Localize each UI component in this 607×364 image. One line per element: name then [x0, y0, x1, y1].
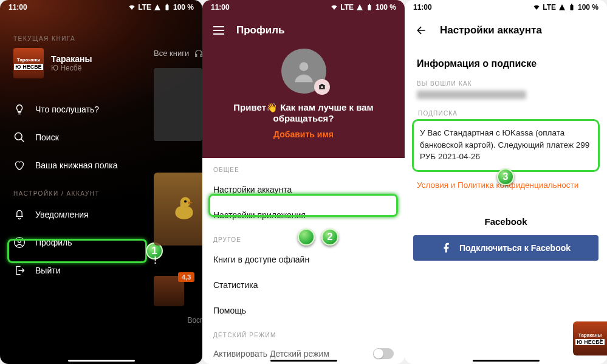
book-author: Ю Несбё [51, 64, 92, 72]
subscription-label: ПОДПИСКА [405, 105, 607, 119]
svg-point-4 [18, 239, 21, 242]
book-cover-duck[interactable] [154, 173, 202, 246]
camera-button[interactable] [314, 79, 330, 95]
section-general: ОБЩЕЕ [202, 158, 405, 177]
battery-icon [366, 4, 373, 11]
status-time: 11:00 [9, 3, 27, 12]
nav-handle[interactable] [473, 360, 540, 362]
status-batt: 100 % [578, 3, 598, 12]
status-net: LTE [138, 3, 151, 12]
camera-icon [318, 83, 326, 91]
svg-point-5 [184, 200, 187, 202]
signal-icon [154, 4, 161, 11]
screen-account-settings: 11:00 LTE 100 % Настройки аккаунта Инфор… [405, 0, 607, 364]
menu-label: Поиск [35, 132, 59, 142]
battery-icon [568, 4, 575, 11]
menu-label: Ваша книжная полка [35, 160, 118, 170]
svg-rect-0 [165, 5, 168, 10]
menu-label: Выйти [35, 266, 60, 275]
profile-icon [13, 236, 26, 249]
item-account-settings[interactable]: Настройки аккаунта [202, 177, 405, 202]
excl-text: ! [154, 255, 202, 266]
status-bar: 11:00 LTE 100 % [405, 0, 607, 15]
search-icon [13, 131, 26, 143]
signal-icon [558, 4, 566, 11]
page-title: Профиль [236, 24, 285, 36]
book-cover-bg[interactable] [154, 68, 202, 141]
wifi-icon [533, 4, 540, 11]
facebook-icon [441, 242, 452, 253]
menu-icon[interactable] [213, 26, 224, 35]
svg-rect-10 [570, 5, 573, 10]
status-batt: 100 % [173, 3, 194, 12]
book-cover: Тараканы Ю НЕСБЁ [13, 48, 44, 78]
menu-label: Что послушать? [35, 105, 99, 114]
user-email-blurred [417, 91, 526, 99]
screen-sidebar: 11:00 LTE 100 % ТЕКУЩАЯ КНИГА Тараканы Ю… [0, 0, 202, 364]
wifi-icon [331, 4, 338, 11]
item-offline[interactable]: Книги в доступе офлайн [202, 247, 405, 272]
duck-icon [169, 194, 199, 224]
nav-handle[interactable] [68, 360, 135, 362]
facebook-connect-button[interactable]: Подключиться к Facebook [413, 235, 598, 261]
callout-2-ghost [298, 228, 315, 246]
bulb-icon [13, 103, 26, 115]
menu-label: Уведомления [35, 210, 89, 219]
current-book-label: ТЕКУЩАЯ КНИГА [13, 35, 202, 42]
wifi-icon [128, 4, 135, 11]
item-app-settings[interactable]: Настройки приложения [202, 202, 405, 228]
status-bar: 11:00 LTE 100 % [202, 0, 405, 15]
status-net: LTE [340, 3, 354, 12]
item-help[interactable]: Помощь [202, 298, 405, 323]
facebook-header: Facebook [405, 216, 607, 227]
status-bar: 11:00 LTE 100 % [0, 0, 202, 15]
background-content: Все книги ! 4,3 Воспроизв [154, 49, 202, 340]
screen-profile: 11:00 LTE 100 % Профиль Привет👋 Как нам … [202, 0, 405, 364]
kids-label: Активировать Детский режим [213, 349, 329, 359]
status-time: 11:00 [211, 3, 230, 12]
nav-handle[interactable] [270, 360, 337, 362]
add-name-link[interactable]: Добавить имя [202, 129, 405, 139]
svg-point-2 [15, 133, 22, 140]
svg-rect-11 [571, 4, 572, 5]
bell-icon [13, 208, 26, 221]
page-title: Настройки аккаунта [440, 24, 542, 36]
callout-2: 2 [321, 228, 338, 246]
callout-3: 3 [497, 168, 514, 185]
svg-rect-1 [166, 4, 168, 5]
person-icon [290, 58, 317, 84]
playing-label: Воспроизв [154, 316, 202, 325]
svg-point-8 [299, 62, 308, 71]
now-playing-mini[interactable]: Тараканы Ю НЕСБЁ [573, 321, 607, 355]
battery-icon [163, 4, 171, 11]
back-icon[interactable] [416, 24, 428, 36]
status-time: 11:00 [413, 3, 432, 12]
headphones-icon [194, 49, 202, 58]
heart-icon [13, 159, 26, 171]
rating-badge: 4,3 [178, 272, 194, 282]
avatar[interactable] [281, 49, 326, 94]
subscription-info: У Вас Стандартная с ЮKassa (оплата банко… [412, 119, 600, 172]
book-title: Тараканы [51, 54, 92, 64]
status-batt: 100 % [376, 3, 396, 12]
subscription-text: У Вас Стандартная с ЮKassa (оплата банко… [420, 128, 589, 161]
menu-label: Профиль [35, 238, 72, 247]
signal-icon [356, 4, 363, 11]
svg-rect-6 [368, 5, 371, 10]
greeting-text: Привет👋 Как нам лучше к вам обращаться? [202, 102, 405, 123]
logout-icon [13, 264, 26, 276]
logged-as-label: ВЫ ВОШЛИ КАК [405, 75, 607, 89]
status-net: LTE [543, 3, 556, 12]
kids-toggle[interactable] [373, 348, 394, 359]
subscription-header: Информация о подписке [405, 46, 607, 75]
svg-rect-7 [369, 4, 370, 5]
svg-point-9 [321, 86, 323, 89]
facebook-button-label: Подключиться к Facebook [459, 243, 571, 253]
section-kids: ДЕТСКИЙ РЕЖИМ [202, 323, 405, 342]
tab-all-books[interactable]: Все книги [154, 49, 189, 58]
item-stats[interactable]: Статистика [202, 272, 405, 298]
